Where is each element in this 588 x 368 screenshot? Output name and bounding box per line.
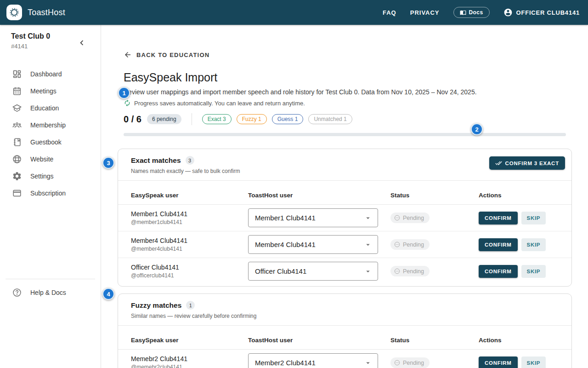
toasthost-user-select[interactable]: Member1 Club4141 — [248, 208, 378, 227]
skip-button[interactable]: SKIP — [521, 356, 546, 368]
select-value: Member4 Club4141 — [255, 241, 316, 248]
easyspeak-user-cell: Member1 Club4141 @member1club4141 — [131, 210, 248, 225]
skip-button[interactable]: SKIP — [521, 238, 546, 251]
autorenew-icon — [124, 99, 131, 107]
sidebar-item-label: Guestbook — [30, 138, 62, 146]
account-icon — [503, 8, 513, 17]
privacy-link[interactable]: PRIVACY — [410, 9, 440, 16]
gear-icon — [12, 171, 22, 181]
col-actions: Actions — [479, 337, 559, 344]
bulk-confirm-label: CONFIRM 3 EXACT — [505, 161, 559, 166]
confirm-button[interactable]: CONFIRM — [479, 238, 518, 251]
easyspeak-user-handle: @memebr2club4141 — [131, 364, 248, 368]
credit-card-icon — [12, 188, 22, 198]
faq-link[interactable]: FAQ — [383, 9, 396, 16]
sidebar-item-guestbook[interactable]: Guestbook — [0, 133, 101, 150]
filter-chips: Exact 3 Fuzzy 1 Guess 1 Unmatched 1 — [202, 114, 352, 124]
section-subtitle: Similar names — review carefully before … — [131, 313, 562, 319]
sidebar-item-meetings[interactable]: Meetings — [0, 82, 101, 99]
status-badge: Pending — [390, 213, 430, 223]
page-description: Review user mappings and import member s… — [124, 88, 572, 96]
easyspeak-user-name: Member1 Club4141 — [131, 210, 248, 218]
confirm-all-exact-button[interactable]: CONFIRM 3 EXACT — [489, 156, 565, 170]
people-icon — [12, 120, 22, 130]
dashboard-icon — [12, 69, 22, 79]
col-actions: Actions — [479, 192, 559, 199]
sidebar-item-education[interactable]: Education — [0, 99, 101, 116]
filter-chip-exact[interactable]: Exact 3 — [202, 114, 232, 124]
progress-bar — [124, 133, 566, 136]
club-name: Test Club 0 — [11, 32, 101, 40]
sidebar-item-help[interactable]: Help & Docs — [0, 284, 101, 301]
confirm-button[interactable]: CONFIRM — [479, 265, 518, 278]
pending-icon — [394, 241, 401, 248]
account-menu[interactable]: OFFICER CLUB4141 — [503, 8, 580, 17]
select-value: Member1 Club4141 — [255, 214, 316, 222]
brand[interactable]: ToastHost — [6, 5, 65, 20]
sidebar-item-website[interactable]: Website — [0, 150, 101, 167]
section-title: Exact matches — [131, 156, 181, 165]
done-all-icon — [495, 160, 502, 167]
section-count-badge: 3 — [186, 156, 194, 165]
book-icon — [460, 9, 466, 16]
calendar-icon — [12, 86, 22, 96]
sidebar-item-label: Dashboard — [30, 70, 62, 78]
sidebar-item-label: Meetings — [30, 87, 57, 95]
sidebar-item-label: Help & Docs — [30, 289, 66, 296]
status-badge: Pending — [390, 266, 430, 276]
sidebar-item-membership[interactable]: Membership — [0, 116, 101, 133]
col-easyspeak-user: EasySpeak user — [131, 337, 248, 344]
progress-summary: 0 / 6 6 pending Exact 3 Fuzzy 1 Guess 1 … — [124, 113, 572, 125]
back-to-education-link[interactable]: BACK TO EDUCATION — [124, 51, 572, 59]
sidebar-item-subscription[interactable]: Subscription — [0, 184, 101, 201]
page-title: EasySpeak Import — [124, 71, 572, 84]
confirm-button[interactable]: CONFIRM — [479, 356, 518, 368]
toasthost-user-select[interactable]: Officer Club4141 — [248, 262, 378, 281]
easyspeak-user-handle: @member1club4141 — [131, 219, 248, 225]
sidebar-item-dashboard[interactable]: Dashboard — [0, 65, 101, 82]
col-easyspeak-user: EasySpeak user — [131, 192, 248, 199]
toasthost-user-select[interactable]: Member2 Club4141 — [248, 353, 378, 368]
status-label: Pending — [403, 360, 424, 366]
sidebar-item-label: Education — [30, 104, 59, 112]
pending-count-chip: 6 pending — [147, 114, 181, 124]
autosave-text: Progress saves automatically. You can le… — [134, 100, 305, 107]
toasthost-user-select[interactable]: Member4 Club4141 — [248, 235, 378, 254]
easyspeak-user-cell: Member4 Club4141 @member4club4141 — [131, 237, 248, 252]
chevron-left-icon — [77, 38, 87, 48]
chevron-down-icon — [364, 241, 372, 249]
club-number: #4141 — [11, 43, 101, 50]
easyspeak-user-name: Memebr2 Club4141 — [131, 355, 248, 362]
confirm-button[interactable]: CONFIRM — [479, 212, 518, 224]
header-nav: FAQ PRIVACY Docs OFFICER CLUB4141 — [383, 7, 580, 18]
table-row: Member1 Club4141 @member1club4141 Member… — [118, 205, 571, 231]
notebook-icon — [12, 137, 22, 147]
status-label: Pending — [403, 242, 424, 248]
sidebar-divider — [6, 279, 95, 279]
graduation-cap-icon — [12, 103, 22, 113]
filter-chip-guess[interactable]: Guess 1 — [272, 114, 304, 124]
account-label: OFFICER CLUB4141 — [516, 9, 580, 16]
skip-button[interactable]: SKIP — [521, 212, 546, 224]
select-value: Officer Club4141 — [255, 267, 306, 275]
table-row: Officer Club4141 @officerclub4141 Office… — [118, 258, 571, 286]
table-row: Memebr2 Club4141 @memebr2club4141 Member… — [118, 350, 571, 368]
main-content: BACK TO EDUCATION EasySpeak Import Revie… — [101, 25, 588, 368]
table-row: Member4 Club4141 @member4club4141 Member… — [118, 231, 571, 258]
exact-matches-card: Exact matches 3 Names match exactly — sa… — [118, 149, 572, 287]
sidebar-item-settings[interactable]: Settings — [0, 167, 101, 184]
help-icon — [12, 288, 22, 298]
filter-chip-unmatched[interactable]: Unmatched 1 — [308, 114, 352, 124]
skip-button[interactable]: SKIP — [521, 265, 546, 278]
status-label: Pending — [403, 215, 424, 221]
sidebar-collapse-button[interactable] — [77, 38, 87, 48]
pending-icon — [394, 214, 401, 221]
col-status: Status — [390, 192, 479, 199]
section-title: Fuzzy matches — [131, 301, 181, 310]
docs-button[interactable]: Docs — [453, 7, 490, 18]
globe-icon — [12, 154, 22, 164]
filter-chip-fuzzy[interactable]: Fuzzy 1 — [237, 114, 267, 124]
arrow-back-icon — [124, 51, 132, 59]
sidebar-item-label: Website — [30, 155, 53, 163]
autosave-note: Progress saves automatically. You can le… — [124, 99, 572, 107]
